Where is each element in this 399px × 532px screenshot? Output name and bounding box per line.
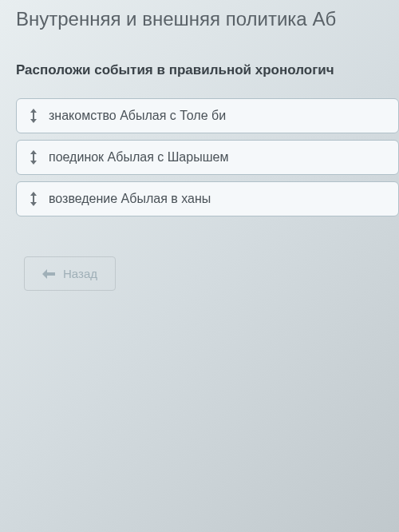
drag-handle-icon[interactable] [30, 109, 38, 123]
back-arrow-icon [42, 269, 55, 279]
sortable-item[interactable]: возведение Абылая в ханы [16, 181, 399, 216]
page-title: Внутренняя и внешняя политика Аб [16, 8, 399, 30]
back-button-label: Назад [63, 267, 97, 280]
back-button[interactable]: Назад [24, 256, 116, 291]
drag-handle-icon[interactable] [30, 150, 38, 165]
instruction-text: Расположи события в правильной хронологи… [16, 62, 399, 78]
sortable-list: знакомство Абылая с Толе би поединок Абы… [16, 98, 399, 216]
item-label: знакомство Абылая с Толе би [49, 109, 226, 123]
item-label: возведение Абылая в ханы [49, 192, 211, 206]
item-label: поединок Абылая с Шарышем [49, 150, 228, 165]
sortable-item[interactable]: поединок Абылая с Шарышем [16, 140, 399, 175]
sortable-item[interactable]: знакомство Абылая с Толе би [16, 98, 399, 133]
drag-handle-icon[interactable] [30, 192, 38, 206]
